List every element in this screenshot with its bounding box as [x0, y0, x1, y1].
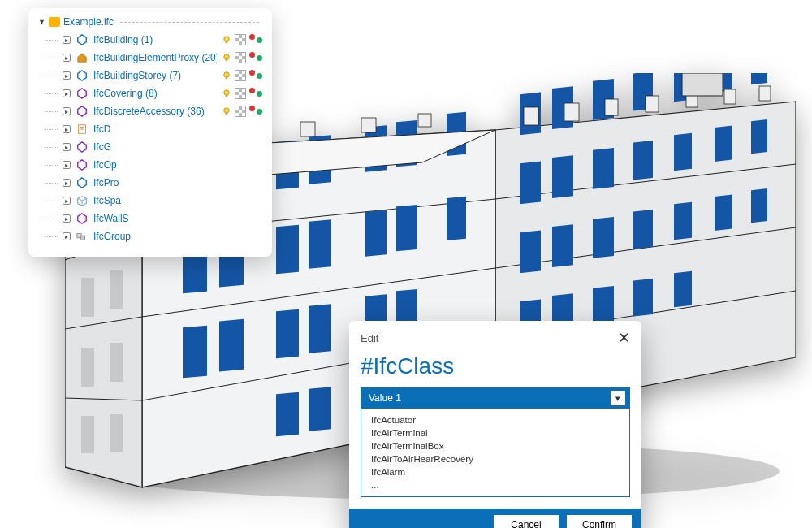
svg-point-94 [224, 90, 229, 95]
expand-icon[interactable]: ▸ [63, 232, 71, 240]
svg-rect-55 [396, 205, 417, 251]
type-icon [76, 69, 89, 82]
confirm-button[interactable]: Confirm [567, 515, 632, 528]
tree-item-label: IfcCovering (8) [93, 88, 217, 99]
svg-rect-81 [300, 122, 315, 136]
cancel-button[interactable]: Cancel [494, 515, 559, 528]
svg-rect-28 [593, 286, 614, 326]
svg-rect-20 [552, 224, 573, 267]
svg-rect-64 [309, 387, 331, 431]
lightbulb-icon [222, 35, 231, 45]
tree-item[interactable]: ▸IfcDiscreteAccessory (36) [45, 102, 262, 120]
svg-rect-18 [751, 119, 767, 154]
expand-icon[interactable]: ▸ [63, 179, 71, 187]
tree-item[interactable]: ▸IfcD [45, 120, 262, 138]
checker-icon [235, 52, 246, 63]
svg-point-91 [224, 72, 229, 77]
expand-icon[interactable]: ▸ [63, 36, 71, 44]
svg-rect-77 [110, 414, 123, 452]
checker-icon [235, 88, 246, 99]
tree-item[interactable]: ▸IfcWallS [45, 210, 262, 227]
checker-icon [235, 70, 246, 81]
svg-rect-37 [759, 86, 771, 101]
ifc-tree-panel: ▼ Example.ifc ▸IfcBuilding (1)▸IfcBuildi… [28, 8, 272, 257]
checker-icon [235, 106, 246, 117]
svg-rect-60 [309, 304, 331, 353]
svg-rect-59 [276, 309, 299, 358]
tree-item[interactable]: ▸IfcPro [45, 174, 262, 192]
expand-icon[interactable]: ▸ [63, 161, 71, 169]
expand-icon[interactable]: ▸ [63, 71, 71, 80]
lightbulb-icon [222, 71, 231, 80]
dropdown-option[interactable]: IfcAirToAirHearRecovery [361, 452, 629, 465]
tree-item-label: IfcDiscreteAccessory (36) [93, 106, 217, 117]
tree-item[interactable]: ▸IfcG [45, 138, 262, 156]
lightbulb-icon [222, 89, 231, 98]
dropdown-option[interactable]: IfcAirTerminalBox [361, 439, 629, 452]
svg-rect-25 [751, 188, 767, 223]
expand-icon[interactable]: ▸ [63, 89, 71, 97]
checker-icon [235, 34, 246, 45]
svg-marker-96 [78, 106, 87, 116]
svg-rect-30 [674, 271, 692, 307]
folder-icon [49, 17, 60, 27]
expand-icon[interactable]: ▸ [63, 107, 71, 115]
svg-rect-21 [593, 217, 614, 258]
svg-rect-89 [226, 59, 228, 61]
dropdown-option[interactable]: IfcAirTerminal [361, 426, 629, 439]
svg-rect-63 [276, 392, 299, 436]
svg-rect-12 [520, 161, 541, 204]
svg-rect-86 [226, 41, 228, 43]
tree-item[interactable]: ▸IfcOp [45, 156, 262, 174]
type-icon [76, 51, 89, 64]
expand-icon[interactable]: ▸ [63, 125, 71, 133]
svg-rect-34 [646, 96, 659, 112]
tree-item[interactable]: ▸IfcBuildingElementProxy (20) [45, 49, 262, 67]
tree-item-label: IfcSpa [93, 195, 262, 206]
svg-point-97 [224, 108, 229, 113]
svg-marker-93 [78, 89, 87, 98]
dialog-title: #IfcClass [349, 352, 641, 387]
tree-item[interactable]: ▸IfcBuilding (1) [45, 31, 262, 49]
svg-line-106 [78, 198, 82, 201]
dropdown-option[interactable]: ... [361, 478, 629, 491]
tree-item[interactable]: ▸IfcBuildingStorey (7) [45, 67, 262, 84]
tree-root[interactable]: ▼ Example.ifc [38, 16, 262, 28]
type-icon [76, 87, 89, 100]
svg-point-85 [224, 37, 229, 41]
dropdown-option[interactable]: IfcActuator [361, 413, 629, 426]
lightbulb-icon [222, 53, 231, 63]
tree-item-label: IfcOp [93, 159, 262, 171]
expand-icon[interactable]: ▸ [63, 54, 71, 62]
svg-line-107 [82, 198, 86, 201]
dialog-header-label: Edit [361, 332, 378, 344]
svg-rect-24 [715, 195, 732, 231]
dropdown-option[interactable]: IfcAlarm [361, 465, 629, 478]
tree-item-label: IfcG [93, 141, 262, 153]
tree-item[interactable]: ▸IfcSpa [45, 192, 262, 210]
type-icon [76, 123, 89, 136]
tree-root-label: Example.ifc [63, 16, 114, 28]
chevron-down-icon: ▾ [611, 391, 625, 405]
svg-rect-56 [447, 197, 466, 240]
svg-rect-74 [81, 348, 94, 387]
tree-item[interactable]: ▸IfcCovering (8) [45, 84, 262, 102]
tree-item-label: IfcBuildingElementProxy (20) [93, 52, 217, 63]
type-icon [76, 105, 89, 118]
expand-icon[interactable]: ▸ [63, 197, 71, 205]
svg-rect-23 [674, 202, 692, 240]
svg-rect-82 [361, 118, 376, 132]
expand-icon[interactable]: ▸ [63, 143, 71, 151]
tree-item[interactable]: ▸IfcGroup [45, 227, 262, 245]
svg-marker-90 [78, 71, 87, 80]
close-icon[interactable]: ✕ [618, 329, 630, 347]
type-icon [76, 194, 89, 207]
svg-point-88 [224, 54, 229, 59]
tree-item-label: IfcPro [93, 177, 262, 188]
lightbulb-icon [222, 106, 231, 116]
tree-item-label: IfcGroup [93, 231, 262, 242]
svg-rect-22 [633, 210, 653, 249]
expand-icon[interactable]: ▸ [63, 214, 71, 223]
ifcclass-select[interactable]: Value 1 ▾ [361, 387, 630, 409]
spheres-icon [249, 52, 262, 63]
